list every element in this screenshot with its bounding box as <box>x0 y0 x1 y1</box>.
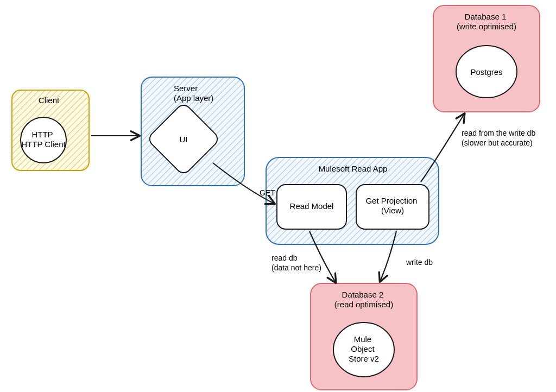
client-box: Client HTTP HTTP Client <box>12 90 89 170</box>
server-title: Server <box>174 84 198 93</box>
postgres-label: Postgres <box>470 67 502 77</box>
http-client-label: HTTP Client <box>21 140 66 149</box>
projection-label-2: (View) <box>381 206 404 215</box>
client-title: Client <box>39 96 60 105</box>
read-app-title: Mulesoft Read App <box>319 164 388 173</box>
svg-text:read db
    (data not here): read db (data not here) <box>271 254 321 272</box>
db1-subtitle: (write optimised) <box>457 22 516 31</box>
svg-text:read from the write db
    (sl: read from the write db (slower but accur… <box>462 129 538 147</box>
edge-db1-1: read from the write db <box>462 129 535 137</box>
db1-title: Database 1 <box>465 12 507 21</box>
architecture-diagram: Client HTTP HTTP Client Server (App laye… <box>0 0 556 392</box>
db2-subtitle: (read optimised) <box>334 300 393 309</box>
edge-writedb: write db <box>406 258 433 267</box>
arrow-projection-to-db1 <box>421 114 464 182</box>
svg-text:Client: Client <box>39 96 60 105</box>
get-projection-node: Get Projection (View) <box>356 185 429 229</box>
projection-label-1: Get Projection <box>365 196 417 205</box>
ui-label: UI <box>180 135 188 144</box>
edge-get-label: GET <box>260 188 275 197</box>
database-1-box: Database 1 (write optimised) Postgres <box>433 5 540 112</box>
server-subtitle: (App layer) <box>174 93 213 103</box>
read-model-label: Read Model <box>290 201 334 211</box>
read-model-node: Read Model <box>277 185 346 229</box>
server-box: Server (App layer) UI <box>141 77 244 186</box>
edge-readdb-1: read db <box>271 254 298 262</box>
svg-text:Database 1
      (write optimi: Database 1 (write optimised) <box>457 12 516 31</box>
edge-db1-2: (slower but accurate) <box>462 138 533 147</box>
db2-item-2: Object <box>351 344 375 353</box>
db2-item-1: Mule <box>354 334 372 344</box>
db2-title: Database 2 <box>342 290 384 299</box>
db2-item-3: Store v2 <box>349 354 379 363</box>
edge-readdb-2: (data not here) <box>271 263 321 272</box>
svg-text:Database 2
      (read optimis: Database 2 (read optimised) <box>334 290 393 309</box>
mulesoft-read-app-box: Mulesoft Read App Read Model Get Project… <box>266 157 439 244</box>
database-2-box: Database 2 (read optimised) Mule Object … <box>311 283 417 390</box>
